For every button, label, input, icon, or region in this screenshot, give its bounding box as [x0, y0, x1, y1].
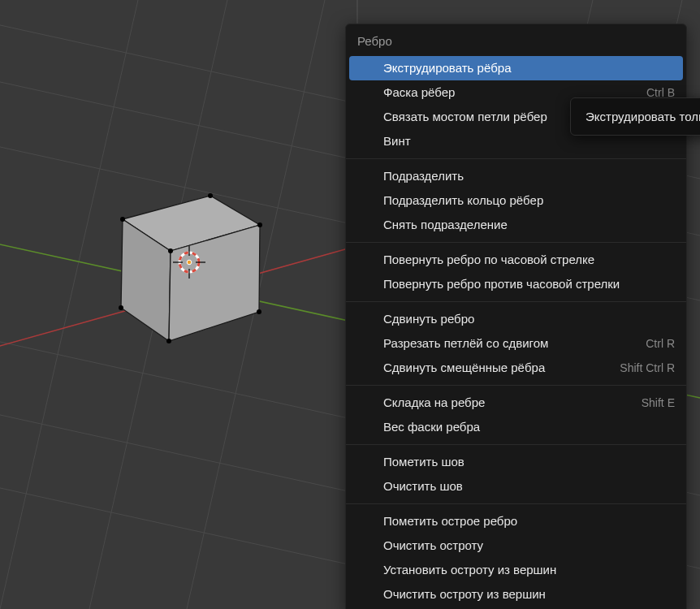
menu-separator — [346, 503, 686, 504]
menu-item-label: Повернуть ребро против часовой стрелки — [383, 276, 620, 292]
svg-point-17 — [257, 222, 262, 227]
menu-item[interactable]: Пометить острое ребро — [346, 509, 686, 533]
menu-item[interactable]: Экструдировать рёбра — [349, 56, 683, 80]
menu-item-shortcut: Shift Ctrl R — [620, 360, 675, 376]
menu-separator — [346, 444, 686, 445]
menu-item-label: Складка на ребре — [383, 395, 485, 411]
menu-item-label: Фаска рёбер — [383, 84, 455, 101]
menu-item[interactable]: Подразделить — [346, 164, 686, 188]
menu-item-label: Подразделить — [383, 168, 464, 184]
svg-point-18 — [168, 248, 173, 253]
menu-item[interactable]: Сдвинуть ребро — [346, 307, 686, 331]
menu-item[interactable]: Снять подразделение — [346, 213, 686, 237]
menu-item-label: Винт — [383, 133, 411, 149]
menu-item-label: Сдвинуть смещённые рёбра — [383, 360, 545, 376]
menu-item[interactable]: Очистить шов — [346, 474, 686, 499]
menu-item-label: Очистить остроту из вершин — [383, 586, 546, 603]
menu-item[interactable]: Повернуть ребро по часовой стрелке — [346, 248, 686, 272]
menu-separator — [346, 158, 686, 159]
menu-item[interactable]: Очистить остроту из вершин — [346, 582, 686, 607]
menu-item[interactable]: Складка на ребреShift E — [346, 391, 686, 415]
svg-line-7 — [0, 0, 138, 609]
menu-separator — [346, 242, 686, 243]
menu-item[interactable]: Повернуть ребро против часовой стрелки — [346, 272, 686, 296]
menu-item-label: Очистить остроту — [383, 538, 483, 554]
menu-item-label: Сдвинуть ребро — [383, 311, 474, 327]
svg-point-20 — [166, 339, 171, 343]
menu-item[interactable]: Очистить остроту — [346, 533, 686, 558]
menu-item-label: Очистить шов — [383, 478, 463, 495]
menu-item[interactable]: Сдвинуть смещённые рёбраShift Ctrl R — [346, 356, 686, 380]
menu-item-label: Разрезать петлёй со сдвигом — [383, 335, 548, 352]
menu-title: Ребро — [346, 24, 686, 56]
tooltip-text: Экструдировать только рёбра — [585, 110, 700, 123]
tooltip: Экструдировать только рёбра — [570, 97, 700, 136]
menu-item-shortcut: Ctrl R — [646, 335, 675, 352]
menu-item-label: Пометить острое ребро — [383, 513, 517, 529]
menu-item-shortcut: Shift E — [642, 395, 675, 411]
svg-point-24 — [187, 260, 192, 265]
svg-point-16 — [208, 193, 213, 198]
menu-separator — [346, 385, 686, 386]
menu-separator — [346, 301, 686, 302]
menu-item-label: Экструдировать рёбра — [383, 60, 512, 76]
svg-point-19 — [119, 305, 123, 310]
menu-item-label: Повернуть ребро по часовой стрелке — [383, 252, 594, 268]
menu-item[interactable]: Вес фаски ребра — [346, 415, 686, 439]
menu-item[interactable]: Подразделить кольцо рёбер — [346, 188, 686, 213]
menu-item-label: Установить остроту из вершин — [383, 562, 556, 578]
menu-item-label: Пометить шов — [383, 454, 465, 470]
menu-item-label: Подразделить кольцо рёбер — [383, 192, 543, 209]
menu-item-label: Вес фаски ребра — [383, 419, 480, 435]
menu-item-label: Связать мостом петли рёбер — [383, 109, 547, 125]
menu-item[interactable]: Разрезать петлёй со сдвигомCtrl R — [346, 331, 686, 356]
mesh-cube[interactable] — [119, 193, 262, 343]
menu-item[interactable]: Установить остроту из вершин — [346, 558, 686, 582]
menu-item[interactable]: Пометить шов — [346, 450, 686, 474]
svg-point-15 — [120, 217, 125, 222]
menu-item-label: Снять подразделение — [383, 217, 508, 233]
svg-point-21 — [257, 309, 261, 314]
